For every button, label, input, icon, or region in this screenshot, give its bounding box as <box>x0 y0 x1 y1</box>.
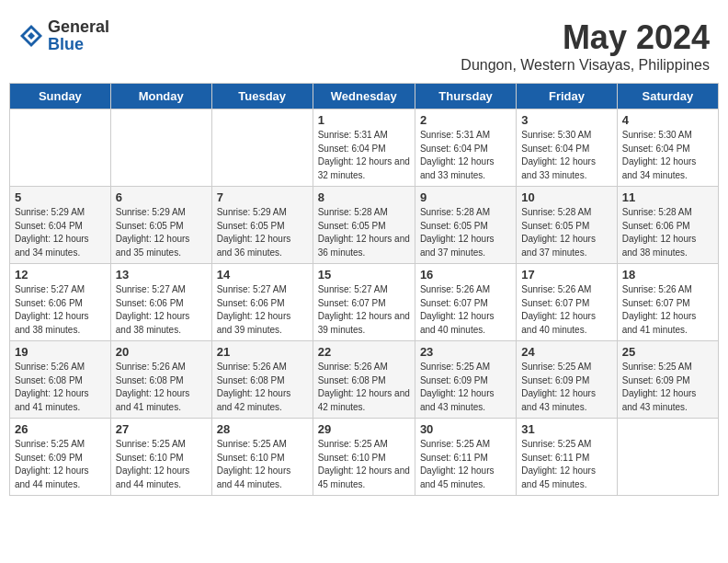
day-number: 18 <box>622 268 713 282</box>
day-number: 30 <box>420 422 511 436</box>
title-area: May 2024 Dungon, Western Visayas, Philip… <box>461 18 710 74</box>
calendar-cell: 7Sunrise: 5:29 AM Sunset: 6:05 PM Daylig… <box>211 187 313 264</box>
calendar-cell <box>617 419 718 496</box>
logo-icon <box>18 23 44 49</box>
day-number: 17 <box>521 268 611 282</box>
calendar-cell: 26Sunrise: 5:25 AM Sunset: 6:09 PM Dayli… <box>10 419 111 496</box>
calendar-cell: 16Sunrise: 5:26 AM Sunset: 6:07 PM Dayli… <box>415 264 516 341</box>
day-number: 4 <box>622 113 713 127</box>
calendar-cell: 21Sunrise: 5:26 AM Sunset: 6:08 PM Dayli… <box>211 341 313 419</box>
calendar-cell: 17Sunrise: 5:26 AM Sunset: 6:07 PM Dayli… <box>517 264 617 341</box>
header-saturday: Saturday <box>617 84 718 109</box>
day-info: Sunrise: 5:29 AM Sunset: 6:04 PM Dayligh… <box>15 206 106 259</box>
calendar-cell: 5Sunrise: 5:29 AM Sunset: 6:04 PM Daylig… <box>10 187 111 264</box>
day-number: 7 <box>217 190 308 204</box>
day-info: Sunrise: 5:28 AM Sunset: 6:06 PM Dayligh… <box>622 206 713 259</box>
logo: General Blue <box>18 18 109 53</box>
logo-blue: Blue <box>48 36 109 53</box>
day-info: Sunrise: 5:25 AM Sunset: 6:10 PM Dayligh… <box>318 438 410 491</box>
day-info: Sunrise: 5:25 AM Sunset: 6:09 PM Dayligh… <box>15 438 106 491</box>
day-number: 31 <box>521 422 611 436</box>
page-subtitle: Dungon, Western Visayas, Philippines <box>461 57 710 74</box>
day-info: Sunrise: 5:31 AM Sunset: 6:04 PM Dayligh… <box>318 129 410 182</box>
calendar-cell: 29Sunrise: 5:25 AM Sunset: 6:10 PM Dayli… <box>313 419 415 496</box>
calendar-week-2: 5Sunrise: 5:29 AM Sunset: 6:04 PM Daylig… <box>10 187 719 264</box>
day-info: Sunrise: 5:29 AM Sunset: 6:05 PM Dayligh… <box>217 206 308 259</box>
day-info: Sunrise: 5:26 AM Sunset: 6:08 PM Dayligh… <box>15 361 106 414</box>
day-number: 13 <box>116 268 207 282</box>
day-info: Sunrise: 5:26 AM Sunset: 6:07 PM Dayligh… <box>420 283 511 337</box>
calendar-cell <box>211 109 313 187</box>
day-number: 6 <box>116 190 207 204</box>
day-info: Sunrise: 5:27 AM Sunset: 6:06 PM Dayligh… <box>217 283 308 337</box>
page-title: May 2024 <box>461 18 710 57</box>
day-info: Sunrise: 5:27 AM Sunset: 6:06 PM Dayligh… <box>116 283 207 337</box>
day-info: Sunrise: 5:27 AM Sunset: 6:06 PM Dayligh… <box>15 283 106 337</box>
calendar-cell <box>110 109 211 187</box>
calendar-cell: 8Sunrise: 5:28 AM Sunset: 6:05 PM Daylig… <box>313 187 415 264</box>
calendar-week-1: 1Sunrise: 5:31 AM Sunset: 6:04 PM Daylig… <box>10 109 719 187</box>
calendar-week-5: 26Sunrise: 5:25 AM Sunset: 6:09 PM Dayli… <box>10 419 719 496</box>
day-info: Sunrise: 5:30 AM Sunset: 6:04 PM Dayligh… <box>622 129 713 182</box>
calendar-cell: 31Sunrise: 5:25 AM Sunset: 6:11 PM Dayli… <box>517 419 617 496</box>
calendar-cell: 20Sunrise: 5:26 AM Sunset: 6:08 PM Dayli… <box>110 341 211 419</box>
day-info: Sunrise: 5:28 AM Sunset: 6:05 PM Dayligh… <box>521 206 611 259</box>
calendar-cell: 6Sunrise: 5:29 AM Sunset: 6:05 PM Daylig… <box>110 187 211 264</box>
day-number: 14 <box>217 268 308 282</box>
day-info: Sunrise: 5:26 AM Sunset: 6:07 PM Dayligh… <box>521 283 611 337</box>
header-wednesday: Wednesday <box>313 84 415 109</box>
calendar-cell <box>10 109 111 187</box>
day-number: 1 <box>318 113 410 127</box>
header-thursday: Thursday <box>415 84 516 109</box>
header-sunday: Sunday <box>10 84 111 109</box>
logo-general: General <box>48 18 109 36</box>
day-number: 22 <box>318 345 410 359</box>
calendar-cell: 3Sunrise: 5:30 AM Sunset: 6:04 PM Daylig… <box>517 109 617 187</box>
calendar-cell: 24Sunrise: 5:25 AM Sunset: 6:09 PM Dayli… <box>517 341 617 419</box>
calendar-cell: 30Sunrise: 5:25 AM Sunset: 6:11 PM Dayli… <box>415 419 516 496</box>
day-info: Sunrise: 5:26 AM Sunset: 6:08 PM Dayligh… <box>318 361 410 414</box>
day-info: Sunrise: 5:28 AM Sunset: 6:05 PM Dayligh… <box>318 206 410 259</box>
day-number: 9 <box>420 190 511 204</box>
day-info: Sunrise: 5:25 AM Sunset: 6:09 PM Dayligh… <box>622 361 713 414</box>
day-number: 23 <box>420 345 511 359</box>
day-number: 11 <box>622 190 713 204</box>
day-info: Sunrise: 5:28 AM Sunset: 6:05 PM Dayligh… <box>420 206 511 259</box>
calendar: Sunday Monday Tuesday Wednesday Thursday… <box>9 83 719 496</box>
calendar-cell: 25Sunrise: 5:25 AM Sunset: 6:09 PM Dayli… <box>617 341 718 419</box>
calendar-cell: 9Sunrise: 5:28 AM Sunset: 6:05 PM Daylig… <box>415 187 516 264</box>
calendar-cell: 12Sunrise: 5:27 AM Sunset: 6:06 PM Dayli… <box>10 264 111 341</box>
day-number: 16 <box>420 268 511 282</box>
calendar-week-4: 19Sunrise: 5:26 AM Sunset: 6:08 PM Dayli… <box>10 341 719 419</box>
header: General Blue May 2024 Dungon, Western Vi… <box>9 9 719 78</box>
day-info: Sunrise: 5:27 AM Sunset: 6:07 PM Dayligh… <box>318 283 410 337</box>
day-info: Sunrise: 5:25 AM Sunset: 6:09 PM Dayligh… <box>521 361 611 414</box>
calendar-cell: 1Sunrise: 5:31 AM Sunset: 6:04 PM Daylig… <box>313 109 415 187</box>
calendar-cell: 18Sunrise: 5:26 AM Sunset: 6:07 PM Dayli… <box>617 264 718 341</box>
calendar-cell: 14Sunrise: 5:27 AM Sunset: 6:06 PM Dayli… <box>211 264 313 341</box>
day-number: 12 <box>15 268 106 282</box>
calendar-cell: 19Sunrise: 5:26 AM Sunset: 6:08 PM Dayli… <box>10 341 111 419</box>
calendar-cell: 13Sunrise: 5:27 AM Sunset: 6:06 PM Dayli… <box>110 264 211 341</box>
day-number: 24 <box>521 345 611 359</box>
calendar-cell: 27Sunrise: 5:25 AM Sunset: 6:10 PM Dayli… <box>110 419 211 496</box>
calendar-cell: 15Sunrise: 5:27 AM Sunset: 6:07 PM Dayli… <box>313 264 415 341</box>
day-info: Sunrise: 5:25 AM Sunset: 6:10 PM Dayligh… <box>217 438 308 491</box>
calendar-cell: 23Sunrise: 5:25 AM Sunset: 6:09 PM Dayli… <box>415 341 516 419</box>
day-number: 3 <box>521 113 611 127</box>
calendar-cell: 22Sunrise: 5:26 AM Sunset: 6:08 PM Dayli… <box>313 341 415 419</box>
day-info: Sunrise: 5:25 AM Sunset: 6:11 PM Dayligh… <box>521 438 611 491</box>
day-info: Sunrise: 5:26 AM Sunset: 6:08 PM Dayligh… <box>217 361 308 414</box>
day-number: 8 <box>318 190 410 204</box>
day-number: 29 <box>318 422 410 436</box>
day-info: Sunrise: 5:25 AM Sunset: 6:09 PM Dayligh… <box>420 361 511 414</box>
day-info: Sunrise: 5:30 AM Sunset: 6:04 PM Dayligh… <box>521 129 611 182</box>
day-info: Sunrise: 5:26 AM Sunset: 6:08 PM Dayligh… <box>116 361 207 414</box>
day-number: 5 <box>15 190 106 204</box>
day-number: 10 <box>521 190 611 204</box>
header-tuesday: Tuesday <box>211 84 313 109</box>
calendar-header-row: Sunday Monday Tuesday Wednesday Thursday… <box>10 84 719 109</box>
calendar-cell: 11Sunrise: 5:28 AM Sunset: 6:06 PM Dayli… <box>617 187 718 264</box>
day-info: Sunrise: 5:31 AM Sunset: 6:04 PM Dayligh… <box>420 129 511 182</box>
day-number: 27 <box>116 422 207 436</box>
